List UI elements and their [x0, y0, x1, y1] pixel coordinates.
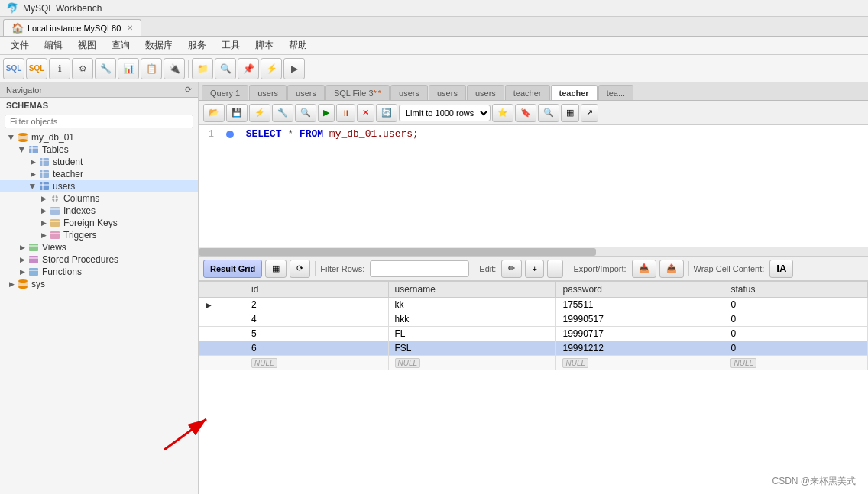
wrap-btn[interactable]: IA — [769, 260, 793, 278]
cell-username-1[interactable]: kk — [388, 298, 556, 312]
tree-item-views[interactable]: ▶ Views — [0, 241, 198, 253]
menu-help[interactable]: 帮助 — [281, 37, 315, 53]
toolbar-btn-5[interactable]: 🔧 — [95, 58, 116, 79]
cell-username-2[interactable]: hkk — [388, 312, 556, 327]
toolbar-btn-11[interactable]: 📌 — [238, 58, 259, 79]
menu-file[interactable]: 文件 — [3, 37, 37, 53]
cell-password-4[interactable]: 19991212 — [556, 341, 724, 356]
menu-edit[interactable]: 编辑 — [37, 37, 70, 53]
tree-item-sys[interactable]: ▶ sys — [0, 278, 198, 290]
cell-status-2[interactable]: 0 — [724, 312, 868, 327]
cell-id-2[interactable]: 4 — [245, 312, 389, 327]
tree-item-foreign-keys[interactable]: ▶ Foreign Keys — [0, 217, 198, 229]
bookmark-btn[interactable]: 🔖 — [515, 104, 536, 122]
menu-database[interactable]: 数据库 — [138, 37, 180, 53]
query-tab-3[interactable]: SQL File 3* — [326, 85, 390, 100]
cell-id-3[interactable]: 5 — [245, 327, 389, 341]
toolbar-btn-6[interactable]: 📊 — [118, 58, 139, 79]
filter-objects-input[interactable] — [5, 115, 193, 128]
cell-status-3[interactable]: 0 — [724, 327, 868, 341]
toolbar-btn-4[interactable]: ⚙ — [72, 58, 93, 79]
query-tab-1[interactable]: users — [249, 85, 287, 100]
edit-btn-2[interactable]: + — [525, 260, 543, 278]
table-row[interactable]: 4 hkk 19990517 0 — [199, 312, 868, 327]
tree-item-student[interactable]: ▶ student — [0, 156, 198, 168]
menu-query[interactable]: 查询 — [104, 37, 138, 53]
cell-password-3[interactable]: 19990717 — [556, 327, 724, 341]
zoom-btn[interactable]: 🔍 — [538, 104, 559, 122]
export-btn[interactable]: 📥 — [632, 260, 656, 278]
toolbar-btn-13[interactable]: ▶ — [283, 58, 305, 79]
instance-tab[interactable]: 🏠 Local instance MySQL80 ✕ — [3, 19, 141, 36]
query-tab-6[interactable]: users — [467, 85, 504, 100]
scroll-thumb[interactable] — [199, 248, 596, 256]
tree-item-columns[interactable]: ▶ Columns — [0, 192, 198, 205]
stop2-btn[interactable]: ✕ — [357, 104, 374, 122]
tree-item-my_db_01[interactable]: ▶ my_db_01 — [0, 131, 198, 144]
limit-rows-select[interactable]: Limit to 1000 rows No Limit Limit to 200… — [399, 105, 491, 121]
import-btn[interactable]: 📤 — [659, 260, 684, 278]
explain-btn[interactable]: 🔧 — [272, 104, 293, 122]
th-username[interactable]: username — [388, 282, 556, 298]
query-tab-4[interactable]: users — [390, 85, 428, 100]
filter-rows-input[interactable] — [370, 260, 469, 277]
form-view-btn[interactable]: ⟳ — [290, 260, 310, 278]
cell-password-2[interactable]: 19990517 — [556, 312, 724, 327]
tree-item-indexes[interactable]: ▶ Indexes — [0, 205, 198, 217]
cell-username-4[interactable]: FSL — [388, 341, 556, 356]
cell-username-3[interactable]: FL — [388, 327, 556, 341]
menu-view[interactable]: 视图 — [70, 37, 104, 53]
cell-status-1[interactable]: 0 — [724, 298, 868, 312]
cell-id-4[interactable]: 6 — [245, 341, 389, 356]
th-status[interactable]: status — [724, 282, 868, 298]
query-tab-2[interactable]: users — [287, 85, 325, 100]
commit-btn[interactable]: 🔄 — [376, 104, 397, 122]
query-tab-7[interactable]: teacher — [505, 85, 550, 100]
edit-btn-3[interactable]: - — [547, 260, 564, 278]
toolbar-btn-9[interactable]: 📁 — [192, 58, 213, 79]
star-btn[interactable]: ⭐ — [492, 104, 513, 122]
menu-tools[interactable]: 工具 — [214, 37, 248, 53]
export-btn[interactable]: ↗ — [581, 104, 598, 122]
toolbar-btn-12[interactable]: ⚡ — [261, 58, 282, 79]
stop-btn[interactable]: ⏸ — [336, 104, 355, 122]
run-btn[interactable]: ▶ — [318, 104, 335, 122]
cell-status-4[interactable]: 0 — [724, 341, 868, 356]
tree-item-functions[interactable]: ▶ Functions — [0, 266, 198, 278]
edit-btn-1[interactable]: ✏ — [501, 260, 522, 278]
grid-view-btn[interactable]: ▦ — [265, 260, 287, 278]
cell-password-1[interactable]: 175511 — [556, 298, 724, 312]
navigator-refresh-icon[interactable]: ⟳ — [185, 85, 192, 95]
table-row[interactable]: ▶ 2 kk 175511 0 — [199, 298, 868, 312]
grid-btn[interactable]: ▦ — [561, 104, 579, 122]
table-row[interactable]: 5 FL 19990717 0 — [199, 327, 868, 341]
tree-item-triggers[interactable]: ▶ Triggers — [0, 229, 198, 241]
menu-service[interactable]: 服务 — [180, 37, 214, 53]
table-row[interactable]: 6 FSL 19991212 0 — [199, 341, 868, 356]
horizontal-scrollbar[interactable] — [199, 247, 868, 257]
execute-btn[interactable]: ⚡ — [249, 104, 270, 122]
query-tab-5[interactable]: users — [429, 85, 466, 100]
th-password[interactable]: password — [556, 282, 724, 298]
query-editor[interactable]: 1 SELECT * FROM my_db_01.users; — [199, 125, 868, 247]
search-btn[interactable]: 🔍 — [295, 104, 316, 122]
tab-close-btn[interactable]: ✕ — [127, 24, 133, 32]
tree-item-users[interactable]: ▶ users — [0, 180, 198, 192]
tree-item-stored-procedures[interactable]: ▶ Stored Procedures — [0, 253, 198, 266]
toolbar-btn-10[interactable]: 🔍 — [215, 58, 236, 79]
result-grid-btn[interactable]: Result Grid — [203, 260, 262, 278]
open-file-btn[interactable]: 📂 — [203, 104, 225, 122]
query-tab-8[interactable]: teacher — [551, 85, 598, 100]
query-tab-9[interactable]: tea... — [598, 85, 633, 100]
toolbar-btn-8[interactable]: 🔌 — [164, 58, 185, 79]
save-btn[interactable]: 💾 — [226, 104, 248, 122]
table-row-null[interactable]: NULL NULL NULL NULL — [199, 356, 868, 370]
toolbar-btn-7[interactable]: 📋 — [141, 58, 162, 79]
tree-item-teacher[interactable]: ▶ teacher — [0, 168, 198, 180]
toolbar-btn-2[interactable]: SQL — [26, 58, 47, 79]
toolbar-btn-1[interactable]: SQL — [3, 58, 24, 79]
toolbar-btn-3[interactable]: ℹ — [49, 58, 70, 79]
query-tab-0[interactable]: Query 1 — [202, 85, 248, 100]
menu-script[interactable]: 脚本 — [248, 37, 281, 53]
th-id[interactable]: id — [245, 282, 389, 298]
